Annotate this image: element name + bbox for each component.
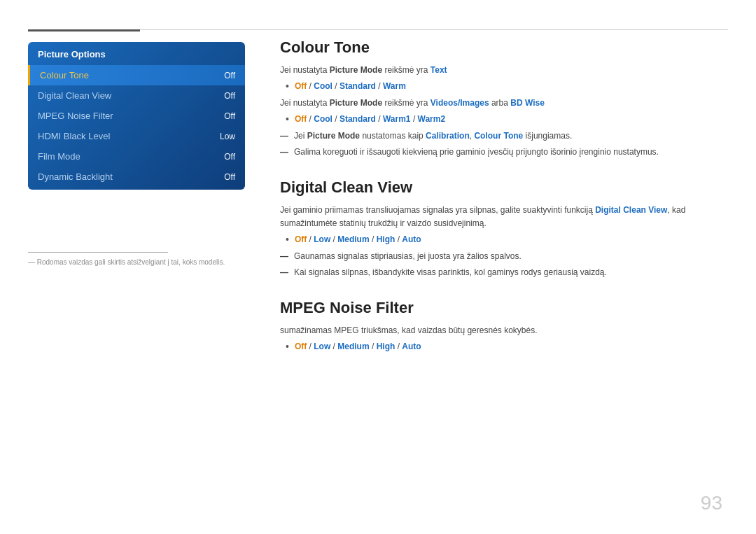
section-digital-clean-view-title: Digital Clean View: [280, 178, 722, 197]
left-panel: Picture Options Colour Tone Off Digital …: [28, 42, 245, 190]
menu-item-film-mode-label: Film Mode: [38, 151, 80, 162]
dcv-options: Off / Low / Medium / High / Auto: [295, 233, 421, 246]
colour-tone-options1: Off / Cool / Standard / Warm: [295, 80, 406, 93]
picture-options-menu: Picture Options Colour Tone Off Digital …: [28, 42, 245, 190]
mpeg-para1: sumažinamas MPEG triukšmas, kad vaizdas …: [280, 324, 722, 337]
section-colour-tone-body: Jei nustatyta Picture Mode reikšmė yra T…: [280, 64, 722, 159]
colour-tone-bullet1: • Off / Cool / Standard / Warm: [286, 80, 722, 94]
colour-tone-para1: Jei nustatyta Picture Mode reikšmė yra T…: [280, 64, 722, 77]
dash-symbol-4: —: [280, 266, 288, 279]
menu-item-mpeg-noise-filter-value: Off: [224, 111, 235, 121]
bullet-dot-4: •: [286, 340, 289, 354]
section-colour-tone-title: Colour Tone: [280, 38, 722, 57]
menu-item-film-mode-value: Off: [224, 152, 235, 162]
dash-symbol-1: —: [280, 129, 288, 143]
bullet-dot-3: •: [286, 233, 289, 247]
section-mpeg-noise-filter-title: MPEG Noise Filter: [280, 299, 722, 317]
dcv-note2-text: Kai signalas silpnas, išbandykite visas …: [294, 266, 607, 279]
footnote-divider: [28, 252, 168, 253]
dcv-note2: — Kai signalas silpnas, išbandykite visa…: [280, 266, 722, 279]
page-number: 93: [701, 492, 722, 514]
menu-item-digital-clean-view-label: Digital Clean View: [38, 90, 111, 101]
colour-tone-options2: Off / Cool / Standard / Warm1 / Warm2: [295, 113, 445, 126]
footnote-area: — Rodomas vaizdas gali skirtis atsižvelg…: [28, 252, 245, 267]
menu-item-colour-tone-value: Off: [224, 71, 235, 80]
section-digital-clean-view-body: Jei gaminio priimamas transliuojamas sig…: [280, 204, 722, 279]
menu-item-dynamic-backlight-label: Dynamic Backlight: [38, 171, 113, 182]
menu-item-hdmi-black-level-label: HDMI Black Level: [38, 131, 110, 141]
menu-item-digital-clean-view-value: Off: [224, 91, 235, 101]
menu-title: Picture Options: [28, 42, 245, 65]
dash-symbol-3: —: [280, 250, 288, 263]
menu-item-digital-clean-view[interactable]: Digital Clean View Off: [28, 85, 245, 106]
mpeg-bullet1: • Off / Low / Medium / High / Auto: [286, 340, 722, 354]
dcv-para1: Jei gaminio priimamas transliuojamas sig…: [280, 204, 722, 230]
dcv-note1-text: Gaunamas signalas stipriausias, jei juos…: [294, 250, 522, 263]
menu-item-dynamic-backlight-value: Off: [224, 172, 235, 182]
menu-item-colour-tone[interactable]: Colour Tone Off: [28, 65, 245, 85]
right-content-area: Colour Tone Jei nustatyta Picture Mode r…: [280, 38, 722, 374]
colour-tone-bullet2: • Off / Cool / Standard / Warm1 / Warm2: [286, 113, 722, 127]
mpeg-options: Off / Low / Medium / High / Auto: [295, 340, 421, 353]
dcv-bullet1: • Off / Low / Medium / High / Auto: [286, 233, 722, 247]
menu-item-hdmi-black-level-value: Low: [220, 132, 235, 141]
footnote-text: — Rodomas vaizdas gali skirtis atsižvelg…: [28, 257, 245, 267]
colour-tone-note1: — Jei Picture Mode nustatomas kaip Calib…: [280, 129, 722, 143]
bullet-dot-2: •: [286, 113, 289, 127]
colour-tone-note2: — Galima koreguoti ir išsaugoti kiekvien…: [280, 146, 722, 159]
top-accent-line: [28, 29, 140, 31]
menu-item-hdmi-black-level[interactable]: HDMI Black Level Low: [28, 126, 245, 146]
section-digital-clean-view: Digital Clean View Jei gaminio priimamas…: [280, 178, 722, 279]
colour-tone-note1-text: Jei Picture Mode nustatomas kaip Calibra…: [294, 129, 572, 143]
bullet-dot-1: •: [286, 80, 289, 94]
menu-item-colour-tone-label: Colour Tone: [40, 70, 89, 80]
menu-item-film-mode[interactable]: Film Mode Off: [28, 146, 245, 167]
menu-item-mpeg-noise-filter[interactable]: MPEG Noise Filter Off: [28, 106, 245, 126]
section-mpeg-noise-filter: MPEG Noise Filter sumažinamas MPEG triuk…: [280, 299, 722, 354]
menu-item-mpeg-noise-filter-label: MPEG Noise Filter: [38, 111, 113, 121]
section-colour-tone: Colour Tone Jei nustatyta Picture Mode r…: [280, 38, 722, 159]
menu-item-dynamic-backlight[interactable]: Dynamic Backlight Off: [28, 167, 245, 187]
colour-tone-para2: Jei nustatyta Picture Mode reikšmė yra V…: [280, 97, 722, 110]
dcv-note1: — Gaunamas signalas stipriausias, jei ju…: [280, 250, 722, 263]
dash-symbol-2: —: [280, 146, 288, 159]
section-mpeg-noise-filter-body: sumažinamas MPEG triukšmas, kad vaizdas …: [280, 324, 722, 354]
colour-tone-note2-text: Galima koreguoti ir išsaugoti kiekvieną …: [294, 146, 659, 159]
